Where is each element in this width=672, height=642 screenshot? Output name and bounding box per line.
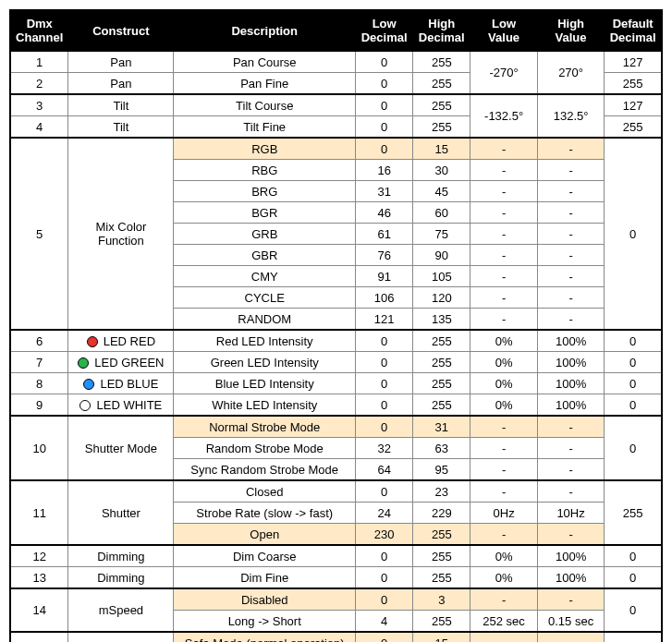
cell-construct: Pan — [68, 73, 174, 95]
cell-hv: 100% — [537, 545, 604, 567]
cell-hd: 255 — [413, 51, 470, 73]
cell-desc: BRG — [174, 181, 356, 202]
cell-construct-label: LED BLUE — [100, 377, 158, 391]
cell-hv: - — [537, 416, 604, 438]
cell-desc: Safe Mode (normal operation) — [174, 632, 356, 642]
table-row: 7 LED GREEN Green LED Intensity02550%100… — [10, 352, 662, 373]
cell-hd: 3 — [413, 588, 470, 611]
cell-construct-label: LED RED — [104, 334, 155, 348]
cell-ld: 0 — [356, 138, 413, 160]
table-row: 6 LED RED Red LED Intensity02550%100%0 — [10, 330, 662, 352]
cell-def: 127 — [605, 94, 662, 116]
cell-hv: - — [537, 480, 604, 503]
cell-desc: CYCLE — [174, 287, 356, 309]
cell-ch: 13 — [10, 567, 68, 589]
cell-hv: - — [537, 588, 604, 611]
cell-ch: 3 — [10, 94, 68, 116]
table-header-row: Dmx Channel Construct Description Low De… — [10, 10, 662, 51]
cell-hd: 255 — [413, 524, 470, 546]
cell-construct: LED WHITE — [68, 394, 174, 417]
cell-lv: - — [470, 632, 537, 642]
cell-ld: 230 — [356, 524, 413, 546]
cell-hd: 31 — [413, 416, 470, 438]
table-row: 12DimmingDim Coarse02550%100%0 — [10, 545, 662, 567]
cell-hd: 255 — [413, 545, 470, 567]
cell-desc: GBR — [174, 245, 356, 266]
cell-def: 0 — [605, 330, 662, 352]
cell-def: 255 — [605, 73, 662, 95]
cell-ld: 0 — [356, 394, 413, 417]
cell-lv: 0% — [470, 373, 537, 394]
cell-desc: CMY — [174, 266, 356, 287]
cell-ch: 11 — [10, 480, 68, 545]
cell-ch: 1 — [10, 51, 68, 73]
cell-hd: 63 — [413, 438, 470, 459]
cell-hv: - — [537, 524, 604, 546]
cell-ld: 91 — [356, 266, 413, 287]
cell-desc: RGB — [174, 138, 356, 160]
cell-construct: Dimming — [68, 545, 174, 567]
cell-hd: 60 — [413, 202, 470, 224]
cell-lv: - — [470, 524, 537, 546]
cell-ld: 0 — [356, 416, 413, 438]
cell-construct: Shutter Mode — [68, 416, 174, 480]
cell-ld: 0 — [356, 51, 413, 73]
cell-ld: 0 — [356, 567, 413, 589]
cell-hd: 105 — [413, 266, 470, 287]
cell-hv: - — [537, 309, 604, 331]
cell-desc: GRB — [174, 224, 356, 245]
cell-construct: Tilt — [68, 94, 174, 116]
cell-ch: 9 — [10, 394, 68, 417]
cell-construct: mSpeed — [68, 588, 174, 632]
cell-ld: 0 — [356, 94, 413, 116]
cell-hv: - — [537, 160, 604, 181]
header-dmx: Dmx Channel — [10, 10, 68, 51]
cell-def: 0 — [605, 545, 662, 567]
cell-construct: LED BLUE — [68, 373, 174, 394]
header-desc: Description — [174, 10, 356, 51]
cell-ld: 0 — [356, 588, 413, 611]
cell-ld: 121 — [356, 309, 413, 331]
header-lowval: Low Value — [470, 10, 537, 51]
cell-lv: - — [470, 459, 537, 481]
header-highval: High Value — [537, 10, 604, 51]
cell-ch: 2 — [10, 73, 68, 95]
cell-hv: 10Hz — [537, 503, 604, 524]
cell-desc: White LED Intensity — [174, 394, 356, 417]
table-row: 10 Shutter Mode Normal Strobe Mode031-- … — [10, 416, 662, 438]
cell-ld: 0 — [356, 632, 413, 642]
cell-desc: Blue LED Intensity — [174, 373, 356, 394]
dot-blue-icon — [83, 379, 94, 390]
cell-ld: 31 — [356, 181, 413, 202]
cell-desc: BGR — [174, 202, 356, 224]
cell-def: 0 — [605, 588, 662, 632]
cell-construct: Control — [68, 632, 174, 642]
cell-desc: Random Strobe Mode — [174, 438, 356, 459]
cell-construct: Tilt — [68, 116, 174, 139]
cell-hv: 0.15 sec — [537, 611, 604, 633]
cell-ld: 0 — [356, 116, 413, 139]
cell-hd: 255 — [413, 330, 470, 352]
cell-hv: 132.5° — [537, 94, 604, 138]
cell-lv: - — [470, 416, 537, 438]
cell-hv: - — [537, 287, 604, 309]
cell-ch: 6 — [10, 330, 68, 352]
cell-hv: - — [537, 266, 604, 287]
cell-ch: 14 — [10, 588, 68, 632]
cell-construct-label: LED WHITE — [96, 398, 162, 412]
cell-desc: Red LED Intensity — [174, 330, 356, 352]
cell-ld: 16 — [356, 160, 413, 181]
cell-lv: - — [470, 287, 537, 309]
cell-def: 0 — [605, 373, 662, 394]
cell-ch: 5 — [10, 138, 68, 330]
cell-ch: 15 — [10, 632, 68, 642]
cell-hd: 75 — [413, 224, 470, 245]
cell-ld: 0 — [356, 73, 413, 95]
cell-hv: 100% — [537, 352, 604, 373]
cell-desc: Pan Fine — [174, 73, 356, 95]
cell-hd: 15 — [413, 632, 470, 642]
cell-desc: Closed — [174, 480, 356, 503]
cell-hv: 100% — [537, 373, 604, 394]
cell-desc: RBG — [174, 160, 356, 181]
cell-lv: 0% — [470, 567, 537, 589]
